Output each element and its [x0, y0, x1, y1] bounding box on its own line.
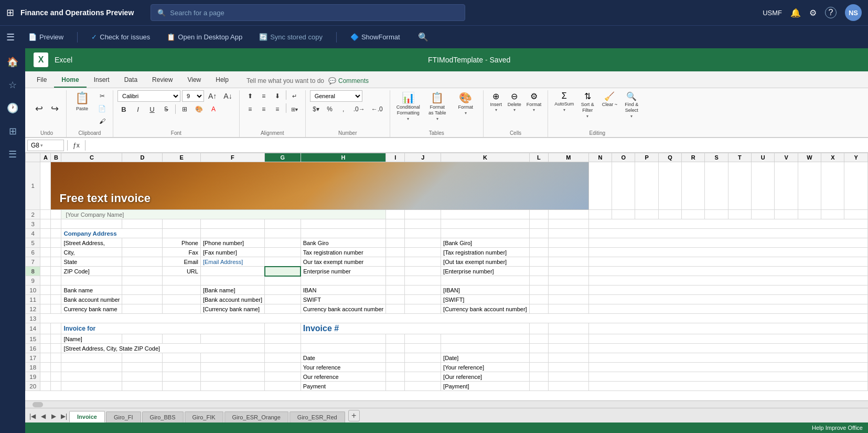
- home-sidebar-icon[interactable]: 🏠: [3, 52, 22, 71]
- help-icon[interactable]: ?: [825, 7, 837, 18]
- undo-button[interactable]: ↩: [31, 102, 46, 115]
- grid-container[interactable]: A B C D E F G H I J K L M N O: [25, 153, 868, 400]
- cell-H16[interactable]: [301, 344, 385, 353]
- cell-K12[interactable]: [Currency bank account number]: [441, 304, 530, 314]
- cell-J7[interactable]: [405, 257, 441, 267]
- cell-C11[interactable]: Bank account number: [61, 295, 122, 304]
- cell-P2[interactable]: [635, 210, 658, 219]
- find-select-button[interactable]: 🔍 Find &Select ▾: [621, 90, 642, 120]
- cell-A18[interactable]: [40, 363, 51, 372]
- formula-input[interactable]: [89, 142, 866, 149]
- cell-G17[interactable]: [265, 353, 301, 363]
- cell-B5[interactable]: [51, 238, 61, 248]
- cell-N2[interactable]: [588, 210, 612, 219]
- cell-rest9[interactable]: [588, 276, 867, 286]
- cell-K9[interactable]: [441, 276, 530, 286]
- cell-D8[interactable]: [122, 267, 163, 276]
- italic-button[interactable]: I: [132, 103, 144, 115]
- cell-C6[interactable]: City,: [61, 248, 122, 257]
- cell-M3[interactable]: [548, 219, 588, 229]
- col-header-X[interactable]: X: [821, 153, 844, 162]
- cell-A11[interactable]: [40, 295, 51, 304]
- cell-E10[interactable]: [163, 286, 201, 295]
- cell-T1[interactable]: [728, 162, 751, 210]
- gear-icon[interactable]: ⚙: [809, 8, 817, 18]
- cell-L14[interactable]: [529, 323, 548, 334]
- recent-sidebar-icon[interactable]: 🕐: [3, 99, 22, 118]
- sheet-nav-first[interactable]: |◀: [27, 411, 38, 421]
- cell-I2[interactable]: [386, 210, 405, 219]
- cell-I8[interactable]: [386, 267, 405, 276]
- cell-Y1[interactable]: [844, 162, 868, 210]
- cell-rest5[interactable]: [588, 238, 867, 248]
- cell-B11[interactable]: [51, 295, 61, 304]
- cell-A5[interactable]: [40, 238, 51, 248]
- cell-B12[interactable]: [51, 304, 61, 314]
- cell-A15[interactable]: [40, 334, 51, 344]
- cell-rest16[interactable]: [588, 344, 867, 353]
- cell-G11[interactable]: [265, 295, 301, 304]
- cell-A17[interactable]: [40, 353, 51, 363]
- cell-C8[interactable]: ZIP Code]: [61, 267, 122, 276]
- cell-N1[interactable]: [588, 162, 612, 210]
- cell-A4[interactable]: [40, 229, 51, 238]
- cell-X1[interactable]: [821, 162, 844, 210]
- cell-Y2[interactable]: [844, 210, 868, 219]
- cell-A7[interactable]: [40, 257, 51, 267]
- cell-C9[interactable]: [61, 276, 122, 286]
- cell-D20[interactable]: [122, 382, 163, 391]
- increase-font-button[interactable]: A↑: [206, 90, 219, 102]
- cell-B10[interactable]: [51, 286, 61, 295]
- cell-M6[interactable]: [548, 248, 588, 257]
- cell-L18[interactable]: [529, 363, 548, 372]
- cell-G12[interactable]: [265, 304, 301, 314]
- conditional-formatting-button[interactable]: 📊 ConditionalFormatting ▾: [394, 90, 422, 122]
- cell-W2[interactable]: [798, 210, 821, 219]
- cell-K20[interactable]: [Payment]: [441, 382, 530, 391]
- cell-Q2[interactable]: [658, 210, 681, 219]
- sheet-tab-giro-fi[interactable]: Giro_FI: [106, 411, 141, 423]
- cell-rest14[interactable]: [588, 323, 867, 334]
- col-header-Q[interactable]: Q: [658, 153, 681, 162]
- sheet-tab-giro-esr-red[interactable]: Giro_ESR_Red: [290, 411, 345, 423]
- cell-H4[interactable]: [301, 229, 385, 238]
- cell-F6[interactable]: [Fax number]: [200, 248, 264, 257]
- cell-M7[interactable]: [548, 257, 588, 267]
- cell-D3[interactable]: [122, 219, 163, 229]
- cell-K4[interactable]: [441, 229, 530, 238]
- cell-J2[interactable]: [405, 210, 441, 219]
- cell-styles-button[interactable]: 🎨 Format ▾: [453, 90, 479, 117]
- col-header-N[interactable]: N: [588, 153, 612, 162]
- cell-A2[interactable]: [40, 210, 51, 219]
- cell-B18[interactable]: [51, 363, 61, 372]
- cell-G10[interactable]: [265, 286, 301, 295]
- col-header-B[interactable]: B: [51, 153, 61, 162]
- cell-G5[interactable]: [265, 238, 301, 248]
- cell-rest8[interactable]: [588, 267, 867, 276]
- cell-H12[interactable]: Currency bank account number: [301, 304, 385, 314]
- currency-button[interactable]: $▾: [310, 103, 323, 115]
- cell-B6[interactable]: [51, 248, 61, 257]
- cell-K2[interactable]: [441, 210, 530, 219]
- cell-K18[interactable]: [Your reference]: [441, 363, 530, 372]
- cell-D7[interactable]: [122, 257, 163, 267]
- cell-E3[interactable]: [163, 219, 201, 229]
- cell-M10[interactable]: [548, 286, 588, 295]
- col-header-F[interactable]: F: [200, 153, 264, 162]
- cell-E11[interactable]: [163, 295, 201, 304]
- font-color-button[interactable]: A: [207, 103, 220, 115]
- cell-M9[interactable]: [548, 276, 588, 286]
- cell-M11[interactable]: [548, 295, 588, 304]
- cell-K10[interactable]: [IBAN]: [441, 286, 530, 295]
- sheet-tab-giro-fik[interactable]: Giro_FIK: [185, 411, 223, 423]
- col-header-U[interactable]: U: [752, 153, 775, 162]
- cell-K17[interactable]: [Date]: [441, 353, 530, 363]
- cell-J3[interactable]: [405, 219, 441, 229]
- cell-E5[interactable]: Phone: [163, 238, 201, 248]
- cell-H9[interactable]: [301, 276, 385, 286]
- cell-rest3[interactable]: [588, 219, 867, 229]
- cell-rest10[interactable]: [588, 286, 867, 295]
- cell-I6[interactable]: [386, 248, 405, 257]
- col-header-A[interactable]: A: [40, 153, 51, 162]
- col-header-J[interactable]: J: [405, 153, 441, 162]
